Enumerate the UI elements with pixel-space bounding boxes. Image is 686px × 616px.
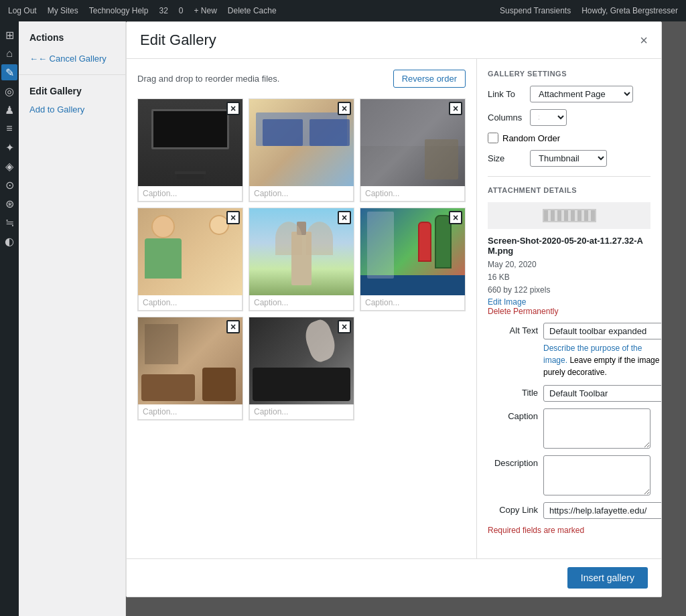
- gallery-item-caption[interactable]: Caption...: [138, 404, 243, 420]
- title-input[interactable]: [543, 385, 661, 402]
- gallery-settings-title: GALLERY SETTINGS: [488, 70, 650, 78]
- attachment-size: 16 KB: [488, 271, 650, 284]
- description-label: Description: [488, 455, 538, 468]
- gallery-item-caption[interactable]: Caption...: [360, 295, 465, 311]
- sidebar-icon-wp[interactable]: ⊞: [1, 27, 17, 43]
- gallery-item-caption[interactable]: Caption...: [138, 186, 243, 202]
- size-select[interactable]: Thumbnail Medium Large Full Size: [530, 150, 607, 167]
- edit-gallery-modal: Edit Gallery × Drag and drop to reorder …: [126, 21, 662, 597]
- gallery-item-caption[interactable]: Caption...: [249, 186, 354, 202]
- remove-item-button[interactable]: ×: [226, 320, 240, 333]
- size-row: Size Thumbnail Medium Large Full Size: [488, 150, 650, 167]
- alt-text-help: Describe the purpose of the image. Leave…: [543, 342, 661, 378]
- sidebar-icon-settings[interactable]: ≡: [1, 121, 17, 137]
- columns-label: Columns: [488, 112, 525, 123]
- link-to-label: Link To: [488, 89, 525, 99]
- cancel-gallery-link[interactable]: ← ← Cancel Gallery: [19, 51, 125, 66]
- sidebar-icon-users[interactable]: ◈: [1, 158, 17, 174]
- sidebar-icon-appearance[interactable]: ⊛: [1, 196, 17, 212]
- columns-select[interactable]: 1234 56789: [530, 109, 567, 126]
- logout-link[interactable]: Log Out: [8, 6, 37, 15]
- gallery-item[interactable]: × Caption...: [249, 208, 354, 311]
- attachment-date: May 20, 2020: [488, 258, 650, 271]
- remove-item-button[interactable]: ×: [226, 102, 240, 115]
- delete-cache-link[interactable]: Delete Cache: [228, 6, 277, 15]
- remove-item-button[interactable]: ×: [338, 211, 351, 224]
- remove-item-button[interactable]: ×: [226, 211, 240, 224]
- insert-gallery-button[interactable]: Insert gallery: [567, 567, 648, 589]
- title-row: Title: [488, 385, 650, 402]
- caption-label: Caption: [488, 408, 538, 421]
- title-label: Title: [488, 385, 538, 398]
- suspend-transients-link[interactable]: Suspend Transients: [500, 6, 571, 15]
- sidebar: ⊞ ⌂ ✎ ◎ ♟ ≡ ✦ ◈ ⊙ ⊛ ≒ ◐: [0, 21, 19, 616]
- remove-item-button[interactable]: ×: [338, 320, 351, 333]
- modal-close-button[interactable]: ×: [640, 33, 648, 47]
- copy-link-row: Copy Link: [488, 502, 650, 519]
- gallery-item[interactable]: × Caption...: [249, 317, 354, 420]
- attachment-filename: Screen-Shot-2020-05-20-at-11.27.32-AM.pn…: [488, 236, 650, 256]
- random-order-label[interactable]: Random Order: [502, 133, 560, 143]
- gallery-area: Drag and drop to reorder media files. Re…: [127, 59, 477, 558]
- modal-title: Edit Gallery: [140, 31, 216, 49]
- sidebar-divider: [19, 74, 125, 75]
- reverse-order-button[interactable]: Reverse order: [393, 70, 466, 88]
- gallery-item[interactable]: × Caption...: [360, 208, 466, 311]
- gallery-item-caption[interactable]: Caption...: [138, 295, 243, 311]
- caption-row: Caption: [488, 408, 650, 449]
- gallery-item[interactable]: × Caption...: [249, 98, 354, 202]
- gallery-item-caption[interactable]: Caption...: [360, 186, 465, 202]
- gallery-item-caption[interactable]: Caption...: [249, 295, 354, 311]
- modal-footer: Insert gallery: [127, 558, 661, 597]
- updates-badge[interactable]: 32: [159, 6, 167, 15]
- gallery-grid: × Caption... × Caption...: [137, 98, 466, 420]
- settings-divider: [488, 176, 650, 177]
- description-input[interactable]: [543, 455, 650, 495]
- gallery-item[interactable]: × Caption...: [137, 317, 243, 420]
- sidebar-icon-misc[interactable]: ◐: [1, 233, 17, 249]
- drag-drop-text: Drag and drop to reorder media files.: [137, 74, 279, 84]
- alt-text-label: Alt Text: [488, 323, 538, 335]
- sidebar-icon-seo[interactable]: ≒: [1, 214, 17, 230]
- sidebar-icon-pages[interactable]: ◎: [1, 83, 17, 99]
- gallery-item[interactable]: × Caption...: [137, 208, 243, 311]
- random-order-row: Random Order: [488, 133, 650, 143]
- admin-bar: Log Out My Sites Technology Help 32 0 + …: [0, 0, 686, 21]
- my-sites-link[interactable]: My Sites: [48, 6, 78, 15]
- gallery-item-caption[interactable]: Caption...: [249, 404, 354, 420]
- comments-badge[interactable]: 0: [179, 6, 184, 15]
- remove-item-button[interactable]: ×: [449, 211, 462, 224]
- columns-row: Columns 1234 56789: [488, 109, 650, 126]
- gallery-item[interactable]: × Caption...: [360, 98, 466, 202]
- delete-permanently-link[interactable]: Delete Permanently: [488, 307, 650, 316]
- copy-link-input[interactable]: [543, 502, 661, 519]
- required-note: Required fields are marked: [488, 526, 650, 535]
- size-label: Size: [488, 153, 525, 163]
- caption-input[interactable]: [543, 408, 650, 449]
- link-to-select[interactable]: Attachment Page Media File None: [530, 86, 633, 102]
- modal-header: Edit Gallery ×: [127, 22, 661, 59]
- gallery-toolbar: Drag and drop to reorder media files. Re…: [137, 70, 466, 88]
- howdy-text: Howdy, Greta Bergstresser: [581, 6, 678, 15]
- site-title-link[interactable]: Technology Help: [89, 6, 149, 15]
- sidebar-icon-home[interactable]: ⌂: [1, 46, 17, 62]
- new-link[interactable]: + New: [194, 6, 217, 15]
- edit-gallery-section-title: Edit Gallery: [19, 83, 125, 102]
- add-to-gallery-link[interactable]: Add to Gallery: [19, 102, 125, 117]
- attachment-dimensions: 660 by 122 pixels: [488, 284, 650, 297]
- attachment-preview: [488, 202, 650, 229]
- gallery-item[interactable]: × Caption...: [137, 98, 243, 202]
- sidebar-icon-comments[interactable]: ⊙: [1, 177, 17, 193]
- sidebar-icon-media[interactable]: ✎: [1, 64, 17, 80]
- random-order-checkbox[interactable]: [488, 133, 498, 143]
- sidebar-icon-plugins[interactable]: ♟: [1, 102, 17, 118]
- alt-text-input[interactable]: [543, 323, 661, 339]
- attachment-details-title: ATTACHMENT DETAILS: [488, 186, 650, 194]
- alt-text-row: Alt Text Describe the purpose of the ima…: [488, 323, 650, 378]
- remove-item-button[interactable]: ×: [449, 102, 462, 115]
- modal-body: Drag and drop to reorder media files. Re…: [127, 59, 661, 558]
- edit-image-link[interactable]: Edit Image: [488, 297, 650, 307]
- sidebar-icon-tools[interactable]: ✦: [1, 139, 17, 155]
- attachment-thumbnail: [543, 209, 596, 222]
- remove-item-button[interactable]: ×: [338, 102, 351, 115]
